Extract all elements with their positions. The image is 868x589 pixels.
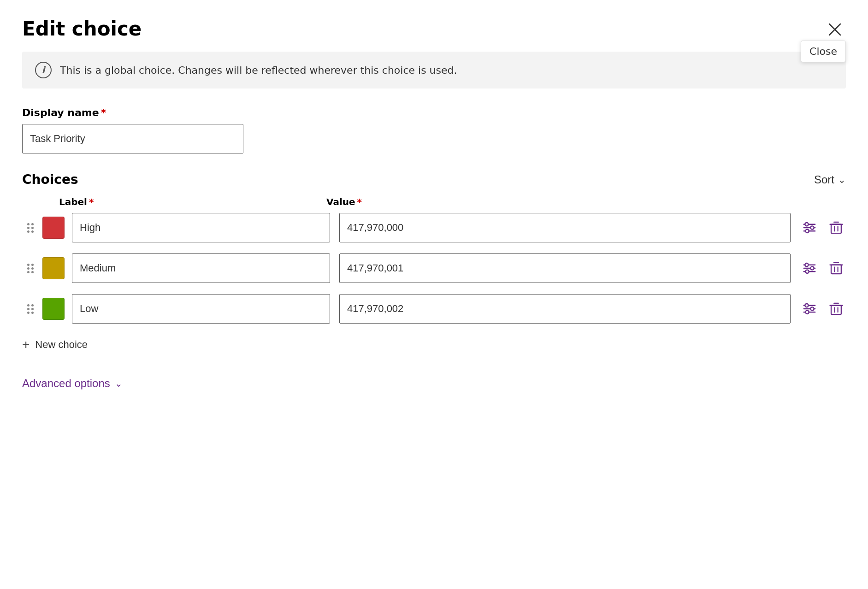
choice-value-input[interactable] (339, 294, 791, 324)
advanced-options-button[interactable]: Advanced options ⌄ (22, 377, 123, 390)
close-tooltip[interactable]: Close (801, 41, 846, 62)
settings-sliders-icon (802, 260, 817, 276)
edit-choice-dialog: Edit choice Close i This is a global cho… (0, 0, 868, 589)
svg-rect-30 (831, 306, 841, 314)
svg-rect-19 (831, 265, 841, 274)
drag-handle[interactable] (22, 264, 39, 273)
choice-delete-button[interactable] (827, 218, 846, 237)
display-name-input[interactable] (22, 124, 243, 153)
choice-row (22, 253, 846, 283)
new-choice-button[interactable]: + New choice (22, 335, 88, 355)
info-icon: i (35, 62, 52, 78)
svg-rect-8 (831, 224, 841, 233)
row-actions (800, 218, 846, 237)
dialog-title: Edit choice (22, 18, 142, 40)
choice-settings-button[interactable] (800, 259, 819, 278)
choices-section: Choices Sort ⌄ Label* Value* (22, 172, 846, 355)
drag-handle[interactable] (22, 304, 39, 314)
trash-icon (828, 220, 844, 236)
trash-icon (828, 260, 844, 276)
info-banner: i This is a global choice. Changes will … (22, 52, 846, 88)
svg-point-14 (805, 263, 808, 266)
choice-label-input[interactable] (72, 213, 330, 242)
choices-table-header: Label* Value* (59, 196, 846, 213)
choice-rows (22, 213, 846, 324)
row-actions (800, 299, 846, 318)
col-value-header: Value* (326, 196, 846, 207)
plus-icon: + (22, 338, 30, 351)
svg-point-3 (805, 223, 808, 226)
choice-label-input[interactable] (72, 294, 330, 324)
svg-point-27 (810, 307, 814, 310)
color-swatch[interactable] (42, 257, 65, 279)
choice-value-input[interactable] (339, 253, 791, 283)
choice-row (22, 294, 846, 324)
svg-point-25 (805, 304, 808, 307)
choices-title: Choices (22, 172, 78, 187)
choice-delete-button[interactable] (827, 299, 846, 318)
row-actions (800, 259, 846, 278)
sort-button[interactable]: Sort ⌄ (814, 173, 846, 186)
sort-chevron-icon: ⌄ (838, 174, 846, 185)
svg-point-7 (806, 230, 809, 233)
svg-point-5 (810, 226, 814, 229)
advanced-options-chevron-icon: ⌄ (115, 378, 123, 389)
choice-value-input[interactable] (339, 213, 791, 242)
choice-label-input[interactable] (72, 253, 330, 283)
settings-sliders-icon (802, 220, 817, 236)
settings-sliders-icon (802, 301, 817, 317)
dialog-header: Edit choice Close (22, 18, 846, 41)
close-btn-area: Close (824, 18, 846, 41)
close-icon-button[interactable] (824, 18, 846, 41)
drag-handle[interactable] (22, 223, 39, 233)
close-icon (827, 22, 842, 37)
svg-point-16 (810, 266, 814, 270)
col-label-header: Label* (59, 196, 317, 207)
choices-header: Choices Sort ⌄ (22, 172, 846, 187)
color-swatch[interactable] (42, 217, 65, 239)
choice-settings-button[interactable] (800, 218, 819, 237)
display-name-label: Display name* (22, 107, 846, 118)
trash-icon (828, 301, 844, 317)
choice-delete-button[interactable] (827, 259, 846, 278)
required-star: * (101, 107, 106, 118)
svg-point-29 (806, 311, 809, 314)
info-banner-text: This is a global choice. Changes will be… (60, 65, 457, 76)
choice-settings-button[interactable] (800, 299, 819, 318)
svg-point-18 (806, 270, 809, 273)
choice-row (22, 213, 846, 242)
color-swatch[interactable] (42, 298, 65, 320)
